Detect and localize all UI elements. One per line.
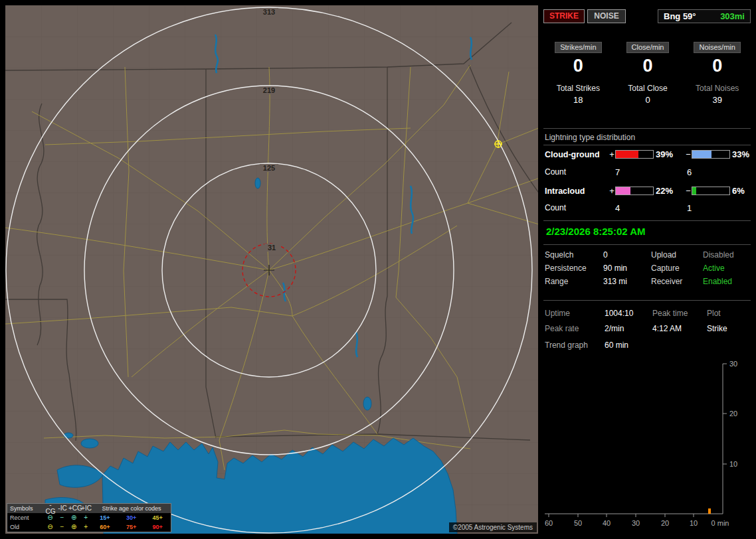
x-tick-10: 10 [690, 519, 698, 527]
peak-rate-value: 2/min [605, 324, 652, 333]
y-tick-30: 30 [729, 360, 737, 368]
separator [543, 145, 751, 145]
legend-old-row: Old ⊖ − ⊕ + 60+ 75+ 90+ [7, 522, 171, 532]
cloud-ground-row: Cloud-ground + 39% − 33% [545, 149, 751, 159]
ic-negative-bar-fill [692, 187, 696, 194]
legend-old-label: Old [7, 524, 45, 530]
intracloud-label: Intracloud [545, 187, 609, 196]
trend-graph-label: Trend graph [545, 341, 605, 350]
plus-sign: + [609, 186, 615, 196]
plot-label: Plot [707, 309, 751, 318]
legend-col-neg-ic: -IC [56, 505, 68, 512]
legend-symbols-header: Symbols [7, 505, 45, 512]
panel-topbar: STRIKE NOISE Bng 59° 303mi [543, 9, 751, 23]
total-close-value: 0 [645, 95, 650, 105]
rate-counters: Strikes/min 0 Total Strikes 18 Close/min… [543, 42, 752, 105]
upload-value: Disabled [703, 250, 751, 260]
total-close-label: Total Close [628, 84, 667, 93]
plot-value: Strike [707, 324, 751, 333]
trend-graph: 30 20 10 60 50 40 30 20 10 0 min [543, 358, 752, 534]
x-tick-20: 20 [661, 519, 669, 527]
uptime-label: Uptime [545, 309, 605, 318]
trend-graph-value: 60 min [605, 341, 628, 350]
noise-button[interactable]: NOISE [587, 9, 626, 23]
cg-negative-pct: 33% [730, 149, 751, 159]
cloud-ground-label: Cloud-ground [545, 150, 609, 159]
strike-button[interactable]: STRIKE [543, 9, 585, 23]
bearing-box: Bng 59° 303mi [658, 9, 751, 23]
legend-col-neg-cg: -CG [45, 502, 56, 515]
cloud-ground-count-row: Count 7 6 [545, 167, 751, 177]
old-neg-cg-icon: ⊖ [45, 524, 56, 530]
ic-negative-pct: 6% [730, 186, 751, 196]
separator [543, 128, 751, 129]
y-tick-20: 20 [729, 410, 737, 418]
map-legend: Symbols -CG -IC +CG +IC Strike age color… [7, 503, 171, 532]
legend-recent-label: Recent [7, 514, 45, 521]
ic-negative-count: 1 [687, 203, 751, 213]
ic-positive-count: 4 [615, 203, 687, 213]
persistence-value: 90 min [603, 264, 651, 273]
x-tick-0-min: 0 min [711, 519, 729, 527]
strikes-per-min-value: 0 [573, 53, 583, 77]
distribution-title: Lightning type distribution [545, 133, 635, 142]
old-neg-ic-icon: − [56, 524, 68, 530]
recent-pos-cg-icon: ⊕ [68, 514, 80, 521]
close-per-min-value: 0 [642, 53, 652, 77]
capture-label: Capture [651, 264, 703, 273]
noises-per-min-label: Noises/min [694, 42, 740, 53]
age-30: 30+ [118, 514, 145, 521]
copyright-notice: ©2005 Astrogenic Systems [449, 522, 537, 532]
ic-positive-pct: 22% [654, 186, 685, 196]
ring-label-313: 313 [263, 8, 275, 16]
close-counter: Close/min 0 Total Close 0 [613, 42, 683, 105]
squelch-label: Squelch [545, 250, 603, 260]
map-canvas: 313 219 125 31 [5, 5, 538, 534]
old-pos-cg-icon: ⊕ [68, 524, 80, 530]
datetime-display: 2/23/2026 8:25:02 AM [546, 226, 646, 237]
stats-row: Peak rate 2/min 4:12 AM Strike [545, 321, 751, 336]
cg-positive-bar [615, 150, 654, 159]
cg-positive-count: 7 [615, 167, 687, 177]
squelch-value: 0 [603, 250, 651, 260]
cg-negative-bar [692, 150, 730, 159]
minus-sign: − [685, 186, 692, 196]
cg-negative-count: 6 [687, 167, 751, 177]
count-label: Count [545, 167, 609, 177]
strike-spike [708, 508, 711, 514]
recent-neg-ic-icon: − [56, 514, 68, 521]
range-label: Range [545, 277, 603, 286]
minus-sign: − [685, 149, 692, 159]
intracloud-count-row: Count 4 1 [545, 203, 751, 213]
strikes-counter: Strikes/min 0 Total Strikes 18 [543, 42, 613, 105]
legend-age-header: Strike age color codes [92, 505, 171, 512]
legend-recent-row: Recent ⊖ − ⊕ + 15+ 30+ 45+ [7, 513, 171, 522]
strikes-per-min-label: Strikes/min [555, 42, 601, 53]
upload-label: Upload [651, 250, 703, 260]
plus-sign: + [609, 149, 615, 159]
ring-label-125: 125 [263, 164, 275, 172]
persistence-label: Persistence [545, 264, 603, 273]
separator [543, 244, 751, 245]
stats-row: Uptime 1004:10 Peak time Plot [545, 305, 751, 321]
trend-graph-labels: 30 20 10 60 50 40 30 20 10 0 min [545, 360, 737, 527]
age-60: 60+ [92, 524, 118, 530]
map: 313 219 125 31 Symbols -CG -IC +CG +IC S… [5, 5, 538, 534]
separator [543, 300, 751, 301]
peak-time-value: 4:12 AM [652, 324, 707, 333]
age-45: 45+ [144, 514, 171, 521]
old-pos-ic-icon: + [80, 524, 92, 530]
stats-section: Uptime 1004:10 Peak time Plot Peak rate … [545, 305, 751, 336]
settings-row: Range 313 mi Receiver Enabled [545, 275, 751, 288]
right-panel: STRIKE NOISE Bng 59° 303mi Strikes/min 0… [543, 5, 752, 534]
legend-header-row: Symbols -CG -IC +CG +IC Strike age color… [7, 504, 171, 513]
noises-counter: Noises/min 0 Total Noises 39 [682, 42, 752, 105]
range-value: 313 mi [603, 277, 651, 286]
separator [543, 220, 751, 221]
bearing-value: Bng 59° [664, 11, 696, 21]
settings-row: Persistence 90 min Capture Active [545, 262, 751, 275]
x-tick-50: 50 [574, 519, 582, 527]
uptime-value: 1004:10 [605, 309, 652, 318]
intracloud-row: Intracloud + 22% − 6% [545, 186, 751, 196]
settings-row: Squelch 0 Upload Disabled [545, 248, 751, 262]
